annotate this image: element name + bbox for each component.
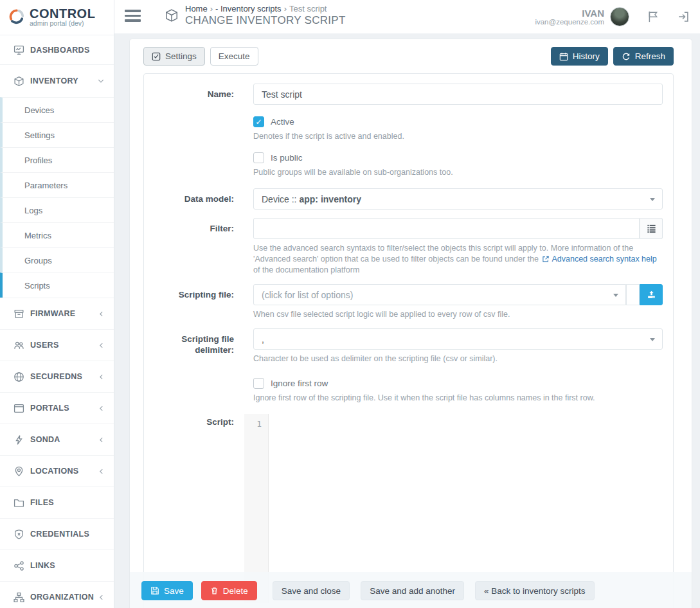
active-label: Active [271,117,294,127]
toolbar: Settings Execute History [143,47,674,66]
sidebar-item-users[interactable]: USERS [0,329,114,361]
sidebar-item-inventory[interactable]: INVENTORY [0,64,114,97]
dashboard-icon [13,44,24,55]
brand-logo[interactable]: CONTROL admin portal (dev) [0,0,114,33]
filter-label: Filter: [144,218,253,276]
page-title: CHANGE INVENTORY SCRIPT [185,14,346,27]
check-square-icon [152,52,161,61]
sidebar-item-organization[interactable]: ORGANIZATION [0,581,114,608]
chevron-left-icon [98,310,105,317]
logout-icon[interactable] [677,10,690,23]
sidebar-menu: DASHBOARDS INVENTORY Devices Settings Pr… [0,35,114,608]
sidebar-item-credentials[interactable]: CREDENTIALS [0,518,114,550]
filter-help: Use the advanced search syntaxis to filt… [253,243,663,276]
delimiter-help: Character to be used as delimiter on the… [253,353,663,364]
breadcrumb: Home›- Inventory scripts›Test script [185,4,346,13]
sidebar-item-firmware[interactable]: FIRMWARE [0,298,114,329]
sidebar-item-scripts[interactable]: Scripts [0,273,114,298]
folder-icon [13,497,24,508]
sidebar-item-dashboards[interactable]: DASHBOARDS [0,35,114,64]
sidebar-item-devices[interactable]: Devices [0,97,114,122]
chevron-left-icon [98,594,105,601]
active-checkbox[interactable]: ✓ [253,116,264,127]
external-link-icon [542,255,550,263]
delimiter-label: Scripting file delimiter: [144,328,253,364]
trash-icon [210,586,219,595]
chevron-down-icon [97,77,105,85]
data-model-label: Data model: [144,188,253,210]
bolt-icon [13,434,24,445]
advanced-search-help-link[interactable]: Advanced search syntax help [541,255,656,264]
save-and-add-another-button[interactable]: Save and add another [361,581,464,600]
name-row: Name: [144,84,673,105]
back-to-inventory-scripts-button[interactable]: « Back to inventory scripts [475,581,595,600]
data-model-row: Data model: Device ::app: inventory [144,188,673,210]
sidebar-item-profiles[interactable]: Profiles [0,147,114,172]
hamburger-menu-icon[interactable] [125,10,141,24]
breadcrumb-home-link[interactable]: Home [185,4,208,13]
sidebar-item-label: INVENTORY [30,76,78,85]
execute-tab-button[interactable]: Execute [210,47,258,66]
flag-icon[interactable] [647,10,660,23]
settings-tab-button[interactable]: Settings [143,47,205,66]
save-and-close-button[interactable]: Save and close [273,581,350,600]
sidebar-item-files[interactable]: FILES [0,487,114,518]
scripting-file-clear-button[interactable] [626,284,640,305]
scripting-file-select[interactable]: (click for list of options) [253,284,626,305]
list-icon [647,224,656,233]
sidebar-item-groups[interactable]: Groups [0,247,114,273]
is-public-label: Is public [271,153,303,163]
user-name: IVAN [535,8,604,18]
chevron-left-icon [98,468,105,475]
sidebar-item-securedns[interactable]: SECUREDNS [0,361,114,392]
sidebar-item-portals[interactable]: PORTALS [0,392,114,424]
sidebar-item-links[interactable]: LINKS [0,550,114,581]
sitemap-icon [13,592,24,603]
sidebar-item-settings[interactable]: Settings [0,122,114,147]
shield-x-icon [13,529,24,540]
delimiter-select[interactable]: , [253,328,663,350]
caret-down-icon [613,294,618,297]
refresh-button[interactable]: Refresh [613,47,674,66]
history-button[interactable]: History [551,47,608,66]
inventory-cube-icon [165,8,179,27]
chevron-left-icon [98,405,105,412]
globe-icon [13,371,24,382]
map-pin-icon [13,466,24,477]
is-public-checkbox[interactable] [253,152,264,163]
upload-file-button[interactable] [640,284,663,305]
sidebar-item-sonda[interactable]: SONDA [0,424,114,455]
avatar[interactable] [610,7,629,26]
breadcrumb-current: Test script [289,4,327,13]
name-label: Name: [144,84,253,105]
sidebar-item-logs[interactable]: Logs [0,197,114,222]
filter-list-button[interactable] [640,218,663,239]
ignore-first-row-checkbox[interactable] [253,378,264,389]
ignore-first-row-label: Ignore first row [271,379,328,388]
sidebar-item-locations[interactable]: LOCATIONS [0,455,114,487]
form-footer: Save Delete Save and close Save and add … [130,572,692,608]
brand-name: CONTROL [30,7,95,20]
chevron-left-icon [98,373,105,380]
users-icon [13,340,24,351]
sidebar-item-parameters[interactable]: Parameters [0,172,114,197]
ignore-first-row-help: Ignore first row of the scripting file. … [253,393,663,404]
delimiter-row: Scripting file delimiter: , Character to… [144,328,673,364]
is-public-help: Public groups will be available on sub-o… [253,167,663,178]
filter-input[interactable] [253,218,640,239]
save-button[interactable]: Save [141,581,193,600]
floppy-disk-icon [150,586,159,595]
sidebar-item-metrics[interactable]: Metrics [0,222,114,247]
script-panel: Settings Execute History [129,39,692,608]
name-input[interactable] [253,84,663,105]
brand-swirl-icon [8,8,25,25]
breadcrumb-section-link[interactable]: - Inventory scripts [215,4,282,13]
scripting-file-row: Scripting file: (click for list of optio… [144,284,673,320]
delete-button[interactable]: Delete [201,581,257,600]
caret-down-icon [650,198,655,201]
inventory-cube-icon [13,76,24,87]
window-icon [13,403,24,414]
scripting-file-label: Scripting file: [144,284,253,320]
data-model-select[interactable]: Device ::app: inventory [253,188,663,210]
user-email: ivan@zequenze.com [535,18,604,26]
